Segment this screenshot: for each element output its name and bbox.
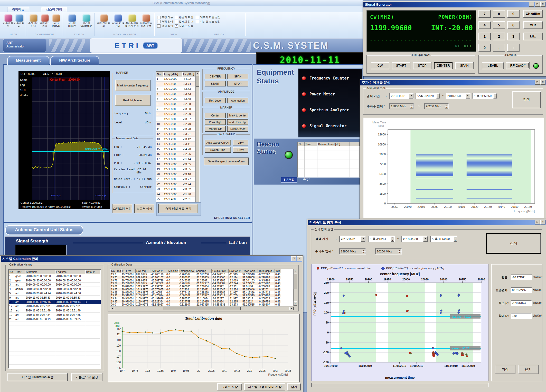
table-row[interactable]: 19.8519.8500011049.9975-43.3760550.0-0.3… [110,288,293,291]
toolbar-item[interactable]: ACUS 결과 관리 [111,14,125,27]
unit-khz-button[interactable]: kHz [523,33,543,40]
toolbar-item[interactable]: 측정 파라미터 [28,14,39,27]
fu-date-to-select[interactable]: 2010-11-05▼ [446,93,470,99]
menu-tab-measure[interactable]: 측정메뉴 [7,7,29,12]
spin-up-icon[interactable]: ▲ [391,237,394,239]
siggen-cw-button[interactable]: CW [371,62,389,69]
table-row[interactable]: 19.8219.8200011019.9975-43.2997210.0-0.2… [110,285,293,288]
toolbar-item[interactable]: 사용자 관리 [14,14,25,27]
table-row[interactable]: 11270.0000-64.22 [156,76,199,82]
unit-mhz-button[interactable]: MHz [523,21,543,29]
table-row[interactable] [298,173,360,178]
freq-table-scrollbar[interactable]: ▲ [195,72,199,202]
keypad-7-button[interactable]: 7 [478,10,491,18]
table-row[interactable] [298,146,360,151]
toolbar-checkbox-row[interactable]: 측정 상태 [157,20,173,24]
fu-search-button[interactable]: 검색 [512,91,541,108]
pfd-date-to-select[interactable]: 2010-11-30▼ [401,236,428,242]
scroll-down-icon[interactable]: ▼ [294,301,297,306]
checkbox-icon[interactable]: ✓ [175,24,178,28]
table-row[interactable]: 251272.4000-62.61 [156,197,199,202]
table-row[interactable]: 5art2010-10-20 09:44:242010-10-20 09:44:… [9,291,101,296]
beacon-table[interactable]: NoTimeBeacon Level [dB] [297,142,361,178]
table-row[interactable]: 101270.9000-62.70 [156,122,199,127]
peak-high-level-button[interactable]: Peak high level [115,95,150,106]
table-row[interactable]: 3art2010-09-02 00:00:002010-09-02 00:00:… [9,283,101,287]
table-row[interactable] [9,365,101,369]
table-row[interactable]: 191271.8000-63.05 [156,167,199,172]
scroll-thumb[interactable] [163,307,241,310]
table-row[interactable]: 81270.7000-62.29 [156,112,199,117]
table-row[interactable]: 71270.6000-63.30 [156,106,199,112]
calib-data-hscroll[interactable]: ◄ ► [110,307,294,310]
spin-up-icon[interactable]: ▲ [493,93,497,96]
pfd-time-from-input[interactable]: 오후 3:18:51▲▼ [368,236,395,242]
toolbar-checkbox-row[interactable]: 계측기 지원 설정 [196,15,244,19]
toolbar-checkbox-row[interactable]: 반송파 확인 [175,15,193,19]
create-report-button[interactable]: 보고서 생성 [134,204,154,213]
calib-close-button[interactable]: 닫기 [287,383,301,390]
table-row[interactable]: 18art2010-11-03 15:51:492010-11-03 15:51… [9,308,101,313]
tab-hw-architecture[interactable]: H/W Architecture [50,56,99,65]
table-row[interactable] [9,330,101,334]
table-row[interactable]: 181271.7000-63.05 [156,162,199,167]
table-row[interactable]: 2geon2010-08-30 00:00:002010-08-30 00:00… [9,278,101,283]
spin-down-icon[interactable]: ▼ [391,239,394,242]
chevron-down-icon[interactable]: ▼ [423,236,428,242]
table-row[interactable] [298,160,360,164]
freq-util-titlebar[interactable]: 주파수 이용률 분석 [360,80,546,85]
table-row[interactable]: 221272.1000-62.74 [156,182,199,187]
control-button-ref-level[interactable]: Ref. Level [205,98,226,103]
fu-time-from-input[interactable]: 오후 3:20:29▲▼ [416,93,440,99]
keypad-2-button[interactable]: 2 [493,33,505,40]
toolbar-checkbox-row[interactable]: 결과 확인 [157,24,173,28]
toolbar-checkbox-row[interactable]: 측정 메뉴 [157,15,173,19]
maximize-icon[interactable]: □ [535,2,540,7]
frequency-level-table[interactable]: No.Freq.[MHz]Lv.[dBm]11270.0000-64.22212… [156,71,200,202]
keypad-dot-button[interactable]: . [493,44,505,52]
spin-up-icon[interactable]: ▲ [362,249,365,251]
keypad-4-button[interactable]: 4 [478,21,491,29]
close-icon[interactable]: × [297,256,302,261]
siggen-center-button[interactable]: CENTER [434,62,453,69]
scroll-thumb[interactable] [294,273,297,289]
control-button-sweep-time[interactable]: Sweep Time [205,147,231,153]
table-row[interactable]: 19.719.700001899.9975-43.2001790.0-0.262… [110,273,293,276]
scroll-up-icon[interactable]: ▲ [294,269,297,273]
pfd-bottom-scrollbar[interactable] [311,383,489,387]
close-icon[interactable]: × [540,2,545,7]
spin-down-icon[interactable]: ▼ [445,106,448,109]
control-button-mark-to-center[interactable]: Mark to center [227,113,248,118]
table-row[interactable]: 171271.6000-61.14 [156,157,199,162]
keypad-9-button[interactable]: 9 [507,10,520,18]
control-button-stop[interactable]: STOP [227,81,248,86]
save-graph-button[interactable]: 그래프 저장 [217,383,242,390]
chevron-down-icon[interactable]: ▼ [466,93,470,99]
table-row[interactable]: 211272.0000-63.27 [156,177,199,182]
beacon-save-button[interactable]: SAVE [281,177,297,183]
toolbar-item[interactable]: 시스템 Calibration [79,14,93,27]
control-button-span[interactable]: SPAN [227,74,248,79]
checkbox-icon[interactable] [157,20,161,23]
table-row[interactable]: 16art2010-11-02 03:46:162010-11-02 03:48… [9,300,101,304]
checkbox-icon[interactable] [196,20,199,23]
table-row[interactable]: 141271.3000-63.11 [156,142,199,147]
scroll-thumb[interactable] [196,76,199,87]
table-row[interactable]: 201271.9000-63.16 [156,172,199,177]
control-button-start[interactable]: START [205,81,226,86]
table-row[interactable]: 121271.1000-63.21 [156,132,199,137]
spin-up-icon[interactable]: ▲ [410,104,413,106]
tab-measurement[interactable]: Measurement [7,56,49,65]
table-row[interactable] [9,334,101,339]
close-icon[interactable]: × [540,80,545,85]
table-row[interactable]: 161271.5000-62.26 [156,152,199,157]
save-waveform-button[interactable]: Save the spectrum waveform [204,158,249,165]
control-button-auto-sweep-on-off[interactable]: Auto sweep On/Off [205,140,231,145]
toolbar-checkbox-row[interactable]: 시리얼 포트 설정 [196,20,244,24]
checkbox-icon[interactable] [157,16,161,19]
table-row[interactable]: 241272.3000-61.90 [156,192,199,197]
toolbar-checkbox-row[interactable]: 탑재체 정보 [175,20,193,24]
scroll-left-icon[interactable]: ◄ [110,307,114,310]
maximize-icon[interactable]: □ [535,80,540,85]
table-row[interactable]: 41270.3000-63.43 [156,92,199,97]
